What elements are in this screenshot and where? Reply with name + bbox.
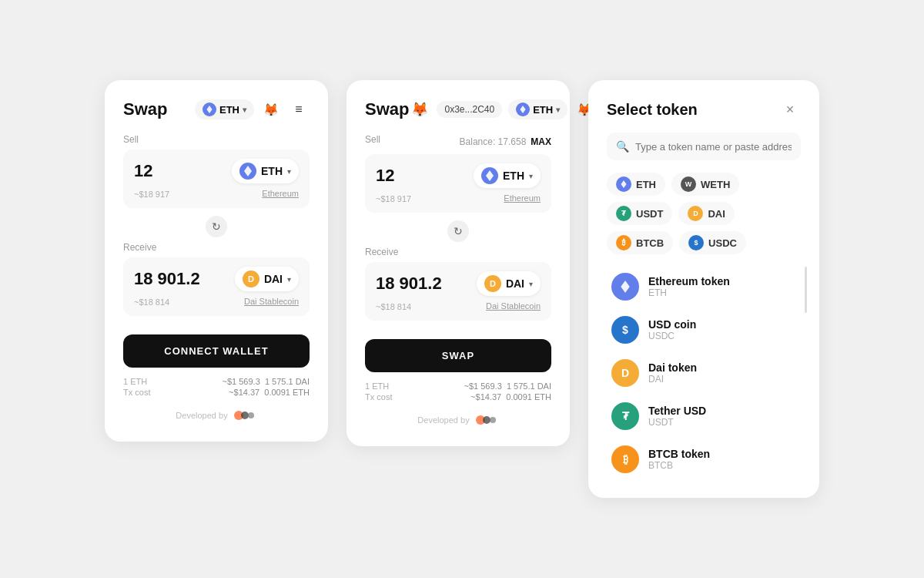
quick-eth-icon	[616, 176, 631, 192]
card2-network-badge[interactable]: ETH ▾	[508, 99, 567, 119]
card2-tx-label: Tx cost	[365, 392, 392, 402]
card1-sell-token-icon	[239, 163, 256, 180]
token-usdt-name: Tether USD	[648, 405, 706, 417]
card2-sell-amount[interactable]: 12	[376, 166, 394, 186]
token-list-item-eth[interactable]: Ethereum token ETH	[607, 267, 801, 307]
card1-header-right: ETH ▾ 🦊 ≡	[195, 99, 310, 120]
quick-dai-label: DAI	[708, 208, 725, 220]
eth-network-icon	[203, 102, 216, 116]
card1-wallet-icon[interactable]: 🦊	[260, 99, 282, 120]
token-list-item-btcb[interactable]: ₿ BTCB token BTCB	[607, 439, 801, 479]
card1-sell-usd: ~$18 917	[134, 190, 169, 199]
card2-info-grid: 1 ETH ~$1 569.3 1 575.1 DAI Tx cost ~$14…	[365, 381, 551, 402]
svg-point-4	[248, 412, 254, 418]
quick-usdc-label: USDC	[708, 237, 737, 249]
card1-menu-icon[interactable]: ≡	[288, 99, 310, 120]
card2-swap-direction-btn[interactable]: ↻	[447, 220, 469, 242]
svg-marker-11	[621, 281, 629, 293]
card1-receive-token-selector[interactable]: D DAI ▾	[235, 267, 299, 291]
card2-sell-token-name: ETH	[503, 170, 524, 182]
card2-receive-token-selector[interactable]: D DAI ▾	[477, 271, 541, 296]
card2-address[interactable]: 0x3e...2C40	[437, 101, 502, 118]
card2-receive-box: 18 901.2 D DAI ▾ ~$18 814 Dai Stablecoin	[365, 262, 551, 321]
sell-token-chevron-icon: ▾	[287, 167, 291, 176]
card2-sell-token-selector[interactable]: ETH ▾	[474, 163, 541, 188]
quick-usdt-icon: ₮	[616, 206, 631, 221]
quick-token-eth[interactable]: ETH	[607, 173, 665, 196]
card2-wallet-avatar: 🦊	[409, 99, 430, 120]
token-list-item-dai[interactable]: D Dai token DAI	[607, 353, 801, 393]
quick-token-btcb[interactable]: ₿ BTCB	[607, 231, 673, 254]
card1-connect-btn[interactable]: CONNECT WALLET	[123, 334, 310, 368]
card1-receive-row: 18 901.2 D DAI ▾	[134, 267, 299, 291]
token-btcb-name: BTCB token	[648, 448, 710, 460]
card2-developed-label: Developed by	[417, 415, 469, 425]
card1-developed-by: Developed by	[123, 408, 310, 423]
card2-receive-amount[interactable]: 18 901.2	[376, 274, 442, 294]
card2-rate-label: 1 ETH	[365, 381, 392, 391]
card1-sell-box: 12 ETH ▾ ~$18 917 Ethereum	[123, 150, 310, 208]
quick-usdc-icon: $	[688, 235, 704, 250]
card2-sell-token-icon	[481, 167, 498, 184]
card2-balance: Balance: 17.658	[460, 136, 527, 147]
card1-sell-label: Sell	[123, 134, 310, 145]
card2-tx-values: ~$14.37 0.0091 ETH	[392, 392, 551, 402]
token-search-input[interactable]	[635, 141, 792, 153]
card1-receive-token-link[interactable]: Dai Stablecoin	[244, 297, 299, 306]
token-list-item-usdc[interactable]: $ USD coin USDC	[607, 310, 801, 350]
quick-token-usdc[interactable]: $ USDC	[679, 231, 746, 254]
quick-token-usdt[interactable]: ₮ USDT	[607, 202, 672, 225]
svg-marker-1	[244, 166, 252, 176]
card2-rate-values: ~$1 569.3 1 575.1 DAI	[392, 381, 551, 391]
swap-card-2: Swap 🦊 0x3e...2C40 ETH ▾ 🦊 ≡ Sell Balanc…	[346, 80, 570, 446]
token-eth-symbol: ETH	[648, 287, 730, 298]
dev-logo-2	[474, 412, 499, 428]
card1-rate-values: ~$1 569.3 1 575.1 DAI	[150, 377, 310, 386]
quick-weth-label: WETH	[701, 179, 730, 190]
card1-network-badge[interactable]: ETH ▾	[195, 99, 254, 119]
card2-title: Swap	[365, 99, 409, 119]
card2-sell-token-link[interactable]: Ethereum	[504, 193, 541, 203]
card2-receive-token-link[interactable]: Dai Stablecoin	[486, 301, 541, 311]
dev-logo-1	[233, 408, 257, 423]
svg-point-8	[483, 416, 490, 424]
token-dai-symbol: DAI	[648, 374, 697, 385]
card2-receive-label: Receive	[365, 247, 551, 257]
quick-token-dai[interactable]: D DAI	[678, 202, 734, 225]
svg-marker-0	[206, 106, 212, 113]
card1-sell-amount[interactable]: 12	[134, 161, 152, 181]
card2-swap-btn[interactable]: SWAP	[365, 339, 551, 372]
card2-swap-arrow-row: ↻	[365, 220, 551, 242]
select-token-panel: Select token × 🔍 ETH W WETH ₮ USD	[588, 80, 819, 498]
card2-sell-box: 12 ETH ▾ ~$18 917 Ethereum	[365, 154, 551, 213]
scrollbar[interactable]	[805, 267, 807, 313]
quick-dai-icon: D	[688, 206, 703, 221]
card2-developed-by: Developed by	[365, 412, 551, 428]
card1-swap-direction-btn[interactable]: ↻	[206, 216, 227, 237]
network-chevron-icon-2: ▾	[556, 106, 560, 114]
card2-receive-token-icon: D	[484, 275, 501, 292]
card1-sell-token-selector[interactable]: ETH ▾	[232, 159, 299, 183]
card1-receive-token-name: DAI	[264, 273, 283, 285]
svg-marker-5	[521, 106, 526, 113]
card2-receive-row: 18 901.2 D DAI ▾	[376, 271, 541, 296]
card1-receive-box: 18 901.2 D DAI ▾ ~$18 814 Dai Stablecoin	[123, 257, 310, 316]
network-chevron-icon: ▾	[243, 106, 246, 114]
token-usdc-symbol: USDC	[648, 331, 696, 341]
svg-marker-10	[621, 180, 626, 188]
panel-close-btn[interactable]: ×	[779, 99, 801, 120]
token-list-item-usdt[interactable]: ₮ Tether USD USDT	[607, 396, 801, 436]
quick-token-weth[interactable]: W WETH	[671, 173, 739, 196]
card1-receive-amount[interactable]: 18 901.2	[134, 269, 200, 289]
token-btcb-info: BTCB token BTCB	[648, 448, 710, 471]
card1-rate-label: 1 ETH	[123, 377, 150, 386]
card2-sell-usd: ~$18 917	[376, 194, 411, 203]
card2-max-btn[interactable]: MAX	[531, 136, 551, 147]
svg-point-9	[490, 417, 496, 423]
token-list: Ethereum token ETH $ USD coin USDC D Dai…	[607, 267, 801, 479]
panel-header: Select token ×	[607, 99, 801, 120]
token-dai-name: Dai token	[648, 361, 697, 374]
token-eth-info: Ethereum token ETH	[648, 275, 730, 298]
card1-sell-token-link[interactable]: Ethereum	[262, 189, 299, 198]
card1-info-grid: 1 ETH ~$1 569.3 1 575.1 DAI Tx cost ~$14…	[123, 377, 310, 397]
